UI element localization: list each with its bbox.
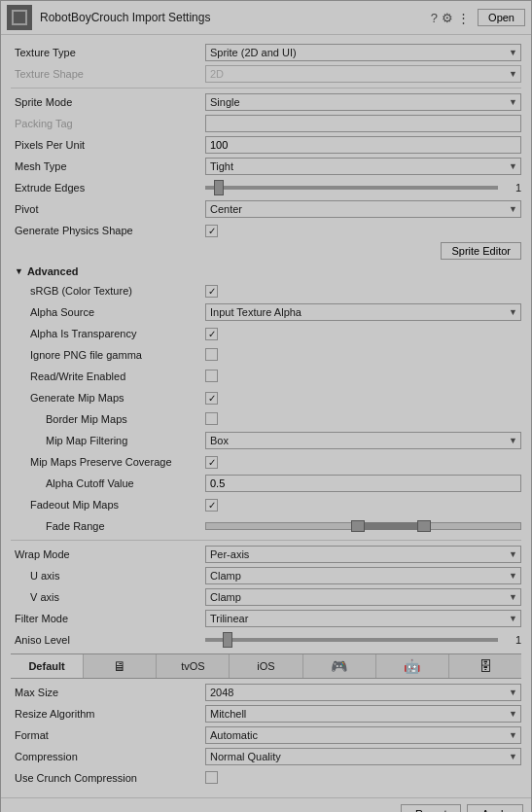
u-axis-label: U axis: [11, 570, 205, 582]
mesh-type-select-wrap: Tight ▼: [205, 158, 521, 175]
mip-filtering-value: Box ▼: [205, 432, 521, 449]
srgb-checkbox[interactable]: ✓: [205, 285, 218, 298]
mip-filtering-select[interactable]: Box: [205, 432, 521, 449]
mesh-type-label: Mesh Type: [11, 160, 205, 172]
v-axis-select-wrap: Clamp ▼: [205, 588, 521, 606]
tab-android2[interactable]: 🤖: [376, 654, 449, 678]
alpha-transparency-checkbox[interactable]: ✓: [205, 328, 218, 340]
texture-shape-row: Texture Shape 2D ▼: [11, 64, 521, 84]
crunch-compression-checkbox[interactable]: [205, 771, 218, 784]
alpha-cutoff-value: [205, 475, 521, 492]
alpha-source-select[interactable]: Input Texture Alpha: [205, 303, 521, 321]
compression-value: Normal Quality ▼: [205, 748, 521, 765]
max-size-select[interactable]: 2048: [205, 684, 521, 701]
window-icon: [7, 5, 32, 30]
extrude-edges-slider[interactable]: [205, 186, 498, 190]
texture-shape-select-wrap: 2D ▼: [205, 65, 521, 83]
advanced-section-header: ▼ Advanced: [11, 264, 521, 279]
physics-shape-checkbox[interactable]: ✓: [205, 225, 218, 237]
texture-shape-value: 2D ▼: [205, 65, 521, 83]
open-button[interactable]: Open: [478, 9, 525, 26]
import-settings-window: RobotBoyCrouch Import Settings ? ⚙ ⋮ Ope…: [0, 0, 532, 812]
filter-mode-label: Filter Mode: [11, 613, 205, 624]
mesh-type-select[interactable]: Tight: [205, 158, 521, 175]
format-select-wrap: Automatic ▼: [205, 726, 521, 744]
srgb-label: sRGB (Color Texture): [11, 285, 205, 297]
generate-mip-checkbox[interactable]: ✓: [205, 392, 218, 405]
resize-algorithm-row: Resize Algorithm Mitchell ▼: [11, 704, 521, 724]
apply-button[interactable]: Apply: [467, 804, 523, 812]
format-value: Automatic ▼: [205, 726, 521, 744]
tab-android[interactable]: 🎮: [303, 654, 376, 678]
help-icon[interactable]: ?: [431, 11, 438, 25]
window-title: RobotBoyCrouch Import Settings: [40, 11, 423, 24]
filter-mode-value: Trilinear ▼: [205, 610, 521, 627]
sep1: [11, 88, 521, 88]
crunch-compression-value: [205, 771, 521, 786]
alpha-source-label: Alpha Source: [11, 306, 205, 318]
tab-web[interactable]: 🗄: [449, 654, 521, 678]
fade-range-value: [205, 518, 521, 534]
wrap-mode-label: Wrap Mode: [11, 548, 205, 560]
extrude-edges-row: Extrude Edges 1: [11, 178, 521, 197]
advanced-label: Advanced: [27, 265, 79, 277]
read-write-checkbox[interactable]: [205, 370, 218, 382]
fadeout-mip-checkbox[interactable]: ✓: [205, 499, 218, 512]
border-mip-checkbox[interactable]: [205, 412, 218, 425]
ignore-png-checkbox[interactable]: [205, 348, 218, 361]
sprite-editor-button[interactable]: Sprite Editor: [441, 242, 521, 260]
tab-tvos-label: tvOS: [181, 660, 204, 672]
texture-type-row: Texture Type Sprite (2D and UI) ▼: [11, 43, 521, 62]
border-mip-value: [205, 412, 521, 427]
u-axis-row: U axis Clamp ▼: [11, 566, 521, 585]
read-write-row: Read/Write Enabled: [11, 367, 521, 386]
u-axis-select[interactable]: Clamp: [205, 567, 521, 584]
resize-algorithm-select[interactable]: Mitchell: [205, 705, 521, 723]
pixels-per-unit-input[interactable]: [205, 136, 521, 154]
preserve-coverage-checkbox[interactable]: ✓: [205, 456, 218, 469]
more-icon[interactable]: ⋮: [457, 11, 470, 25]
sprite-mode-select[interactable]: Single: [205, 93, 521, 111]
read-write-value: [205, 370, 521, 384]
settings-icon[interactable]: ⚙: [442, 11, 453, 25]
tab-ios[interactable]: iOS: [230, 654, 302, 678]
alpha-transparency-label: Alpha Is Transparency: [11, 328, 205, 339]
preserve-coverage-row: Mip Maps Preserve Coverage ✓: [11, 452, 521, 472]
fade-range-track[interactable]: [205, 518, 521, 534]
format-select[interactable]: Automatic: [205, 726, 521, 744]
tab-tvos[interactable]: tvOS: [157, 654, 230, 678]
tab-default[interactable]: Default: [11, 654, 84, 678]
sprite-editor-row: Sprite Editor: [11, 242, 521, 260]
sprite-mode-value: Single ▼: [205, 93, 521, 111]
border-mip-label: Border Mip Maps: [11, 413, 205, 425]
packing-tag-input[interactable]: [205, 115, 521, 132]
srgb-value: ✓: [205, 285, 521, 298]
texture-type-select[interactable]: Sprite (2D and UI): [205, 44, 521, 61]
texture-type-value: Sprite (2D and UI) ▼: [205, 44, 521, 61]
pixels-per-unit-value: [205, 136, 521, 154]
generate-mip-value: ✓: [205, 392, 521, 405]
compression-select[interactable]: Normal Quality: [205, 748, 521, 765]
packing-tag-label: Packing Tag: [11, 118, 205, 129]
wrap-mode-select[interactable]: Per-axis: [205, 546, 521, 563]
format-row: Format Automatic ▼: [11, 725, 521, 745]
footer-buttons: Revert Apply: [1, 797, 531, 812]
revert-button[interactable]: Revert: [401, 804, 461, 812]
compression-select-wrap: Normal Quality ▼: [205, 748, 521, 765]
filter-mode-select-wrap: Trilinear ▼: [205, 610, 521, 627]
resize-algorithm-value: Mitchell ▼: [205, 705, 521, 723]
physics-shape-label: Generate Physics Shape: [11, 225, 205, 236]
aniso-level-value: 1: [205, 634, 521, 646]
resize-algorithm-label: Resize Algorithm: [11, 708, 205, 720]
v-axis-select[interactable]: Clamp: [205, 588, 521, 606]
pivot-select[interactable]: Center: [205, 200, 521, 218]
extrude-edges-value: 1: [205, 182, 521, 194]
ignore-png-row: Ignore PNG file gamma: [11, 345, 521, 365]
advanced-arrow[interactable]: ▼: [15, 266, 23, 276]
tab-desktop[interactable]: 🖥: [84, 654, 157, 678]
aniso-level-slider[interactable]: [205, 638, 498, 642]
preserve-coverage-value: ✓: [205, 456, 521, 469]
filter-mode-select[interactable]: Trilinear: [205, 610, 521, 627]
alpha-source-row: Alpha Source Input Texture Alpha ▼: [11, 302, 521, 322]
alpha-cutoff-input[interactable]: [205, 475, 521, 492]
